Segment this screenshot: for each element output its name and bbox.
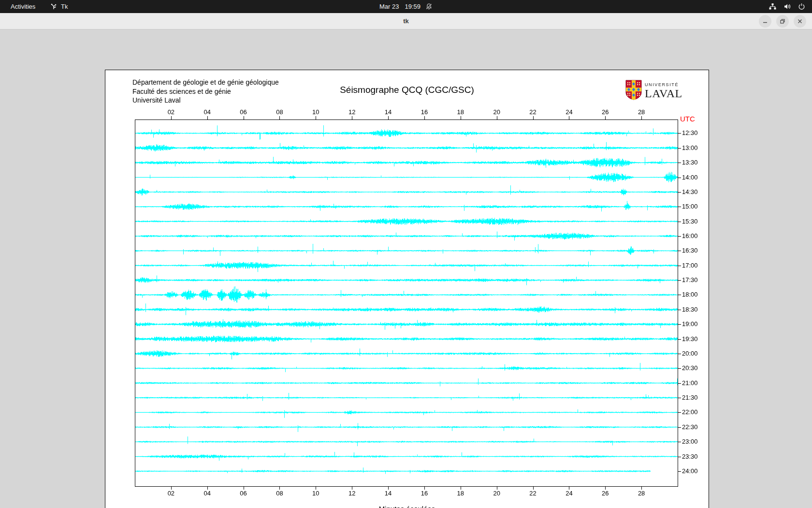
- window-titlebar[interactable]: tk: [0, 13, 812, 30]
- x-tick-label-top: 06: [240, 108, 246, 116]
- laval-shield-icon: [625, 80, 642, 102]
- x-tick-label-bottom: 14: [385, 490, 392, 497]
- x-tick-label-top: 14: [385, 108, 392, 116]
- org-line-3: Université Laval: [132, 96, 279, 105]
- speaker-icon: [783, 3, 791, 10]
- utc-time-label: 17:00: [682, 262, 698, 269]
- utc-time-label: 14:30: [682, 188, 698, 195]
- clock-time: 19:59: [405, 3, 420, 10]
- utc-time-label: 23:00: [682, 438, 698, 445]
- x-tick-label-top: 28: [638, 108, 645, 116]
- x-tick-label-bottom: 02: [168, 490, 174, 497]
- x-axis-label: Minutes écoulées: [105, 505, 709, 508]
- x-tick-label-bottom: 26: [602, 490, 609, 497]
- x-tick-label-bottom: 20: [493, 490, 500, 497]
- x-tick-label-top: 18: [457, 108, 464, 116]
- utc-time-label: 19:30: [682, 335, 698, 343]
- window-controls: [759, 15, 806, 28]
- close-button[interactable]: [794, 15, 806, 28]
- clock-date: Mar 23: [379, 3, 399, 10]
- utc-time-label: 19:00: [682, 320, 698, 328]
- clock-menu[interactable]: Mar 23 19:59: [0, 0, 812, 13]
- utc-time-label: 20:00: [682, 350, 698, 357]
- bell-crossed-icon: [425, 3, 433, 10]
- utc-label: UTC: [680, 115, 695, 123]
- utc-time-label: 17:30: [682, 276, 698, 284]
- utc-time-label: 18:00: [682, 291, 698, 298]
- power-icon: [798, 3, 805, 10]
- x-tick-label-top: 08: [276, 108, 283, 116]
- x-tick-label-bottom: 12: [348, 490, 355, 497]
- x-tick-label-bottom: 18: [457, 490, 464, 497]
- system-top-bar: Activities Tk Mar 23 19:59: [0, 0, 812, 13]
- x-tick-label-bottom: 10: [312, 490, 319, 497]
- x-tick-label-bottom: 22: [529, 490, 536, 497]
- utc-time-label: 23:30: [682, 453, 698, 460]
- utc-time-label: 22:00: [682, 408, 698, 416]
- utc-time-label: 15:00: [682, 203, 698, 210]
- utc-time-label: 16:30: [682, 247, 698, 254]
- utc-time-label: 21:30: [682, 394, 698, 401]
- wired-network-icon: [768, 3, 777, 10]
- utc-time-label: 13:30: [682, 159, 698, 166]
- helicorder-plot: [105, 70, 709, 508]
- utc-time-label: 15:30: [682, 218, 698, 225]
- x-tick-label-bottom: 28: [638, 490, 645, 497]
- utc-time-label: 24:00: [682, 467, 698, 475]
- x-tick-label-top: 22: [529, 108, 536, 116]
- x-tick-label-top: 02: [168, 108, 174, 116]
- x-tick-label-bottom: 04: [203, 490, 210, 497]
- seismograph-canvas: Département de géologie et de génie géol…: [105, 70, 709, 508]
- utc-time-label: 22:30: [682, 423, 698, 431]
- x-tick-label-bottom: 06: [240, 490, 246, 497]
- utc-time-label: 21:00: [682, 379, 698, 387]
- plot-title: Séismographe QCQ (CGC/GSC): [105, 85, 709, 95]
- x-tick-label-top: 10: [312, 108, 319, 116]
- utc-time-label: 13:00: [682, 144, 698, 151]
- minimize-button[interactable]: [759, 15, 771, 28]
- desktop-screen: Activities Tk Mar 23 19:59: [0, 0, 812, 508]
- x-tick-label-bottom: 08: [276, 490, 283, 497]
- utc-time-label: 12:30: [682, 129, 698, 136]
- utc-time-label: 14:00: [682, 174, 698, 181]
- x-tick-label-top: 24: [566, 108, 572, 116]
- logo-universite-text: UNIVERSITÉ: [645, 83, 682, 87]
- status-tray[interactable]: [768, 0, 805, 13]
- maximize-button[interactable]: [776, 15, 789, 28]
- x-tick-label-bottom: 16: [421, 490, 428, 497]
- logo-laval-text: LAVAL: [645, 88, 682, 99]
- x-tick-label-top: 26: [602, 108, 609, 116]
- x-tick-label-top: 20: [493, 108, 500, 116]
- utc-time-label: 18:30: [682, 306, 698, 313]
- x-tick-label-top: 12: [348, 108, 355, 116]
- x-tick-label-bottom: 24: [566, 490, 572, 497]
- utc-time-label: 16:00: [682, 232, 698, 239]
- x-tick-label-top: 04: [203, 108, 210, 116]
- utc-time-label: 20:30: [682, 364, 698, 372]
- x-tick-label-top: 16: [421, 108, 428, 116]
- tk-window-body: Département de géologie et de génie géol…: [0, 30, 812, 508]
- laval-logo: UNIVERSITÉ LAVAL: [625, 80, 682, 102]
- window-title: tk: [0, 13, 812, 29]
